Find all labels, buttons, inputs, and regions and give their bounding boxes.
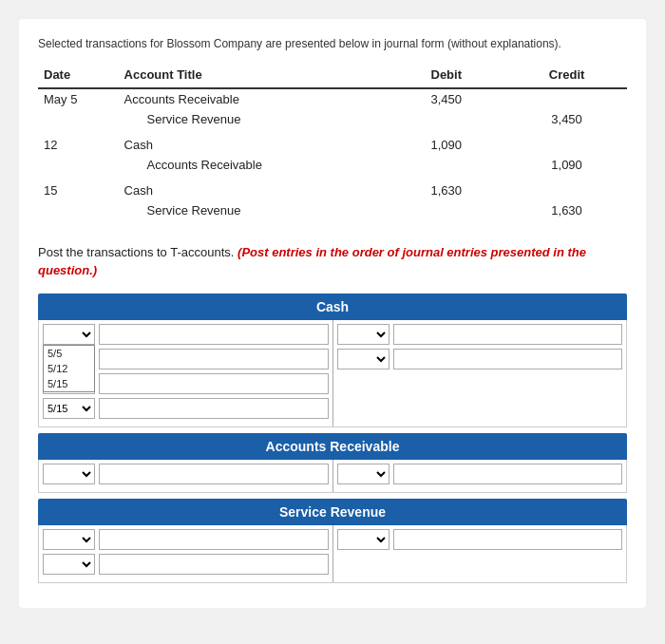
t-account-body-accounts-receivable: 5/55/125/155/55/125/15 (38, 460, 627, 493)
amount-input-left-cash-2[interactable] (99, 373, 329, 394)
table-row: 5/55/125/15 (337, 464, 623, 484)
debit-cell: 1,630 (386, 180, 506, 200)
date-select-left-accounts-receivable-0[interactable]: 5/55/125/15 (43, 464, 95, 484)
amount-input-right-accounts-receivable-0[interactable] (393, 464, 623, 484)
t-account-header-accounts-receivable: Accounts Receivable (38, 433, 627, 460)
date-select-left-cash-0[interactable]: 5/55/125/15 (43, 324, 95, 345)
page-container: Selected transactions for Blossom Compan… (19, 19, 646, 608)
post-instructions-text: Post the transactions to T-accounts. (38, 245, 234, 259)
date-cell (38, 109, 119, 129)
amount-input-left-service-revenue-0[interactable] (99, 529, 329, 550)
intro-text: Selected transactions for Blossom Compan… (38, 36, 627, 52)
t-account-body-service-revenue: 5/55/125/155/55/125/155/55/125/15 (38, 525, 627, 583)
amount-input-left-service-revenue-1[interactable] (99, 554, 329, 575)
account-cell: Cash (119, 135, 387, 155)
date-header: Date (38, 66, 119, 88)
credit-header: Credit (506, 66, 627, 88)
account-title-header: Account Title (119, 66, 387, 88)
date-select-left-service-revenue-1[interactable]: 5/55/125/15 (43, 554, 95, 575)
t-account-right-accounts-receivable: 5/55/125/15 (333, 460, 627, 492)
table-row: May 5Accounts Receivable3,450 (38, 88, 627, 109)
t-account-right-cash: 5/55/125/155/55/125/15 (333, 320, 627, 426)
dropdown-open[interactable]: 5/55/125/15 (43, 345, 95, 392)
date-select-left-service-revenue-0[interactable]: 5/55/125/15 (43, 529, 95, 550)
table-row: 15Cash1,630 (38, 180, 627, 200)
t-account-left-accounts-receivable: 5/55/125/15 (39, 460, 333, 492)
journal-table: Date Account Title Debit Credit May 5Acc… (38, 66, 627, 226)
date-cell: 15 (38, 180, 119, 200)
t-account-right-service-revenue: 5/55/125/15 (333, 525, 627, 582)
date-cell (38, 155, 119, 175)
date-select-right-cash-1[interactable]: 5/55/125/15 (337, 349, 390, 369)
amount-input-left-accounts-receivable-0[interactable] (99, 464, 329, 484)
date-select-right-accounts-receivable-0[interactable]: 5/55/125/15 (337, 464, 390, 484)
credit-cell: 1,090 (506, 155, 627, 175)
debit-cell (386, 155, 506, 175)
credit-cell: 3,450 (506, 109, 627, 129)
t-account-service-revenue: Service Revenue5/55/125/155/55/125/155/5… (38, 499, 627, 583)
amount-input-left-cash-0[interactable] (99, 324, 329, 345)
credit-cell (506, 135, 627, 155)
table-row: 12Cash1,090 (38, 135, 627, 155)
account-cell: Accounts Receivable (119, 155, 387, 175)
t-account-header-service-revenue: Service Revenue (38, 499, 627, 525)
dropdown-option[interactable]: 5/12 (44, 361, 94, 376)
table-row: 5/55/125/15 (43, 554, 329, 575)
table-row: 5/55/125/15 (337, 324, 623, 345)
table-row: 5/55/125/15 (337, 529, 623, 550)
amount-input-left-cash-1[interactable] (99, 349, 329, 369)
account-cell: Service Revenue (119, 200, 387, 220)
post-instructions: Post the transactions to T-accounts. (Po… (38, 243, 627, 280)
date-cell: 12 (38, 135, 119, 155)
debit-cell: 3,450 (386, 88, 506, 109)
dropdown-option[interactable]: 5/15 (44, 376, 94, 391)
credit-cell: 1,630 (506, 200, 627, 220)
account-cell: Cash (119, 180, 387, 200)
date-cell: May 5 (38, 88, 119, 109)
t-account-accounts-receivable: Accounts Receivable5/55/125/155/55/125/1… (38, 433, 627, 493)
debit-cell (386, 109, 506, 129)
amount-input-left-cash-3[interactable] (99, 398, 329, 419)
debit-cell (386, 200, 506, 220)
date-select-right-service-revenue-0[interactable]: 5/55/125/15 (337, 529, 390, 550)
date-select-right-cash-0[interactable]: 5/55/125/15 (337, 324, 390, 345)
amount-input-right-service-revenue-0[interactable] (393, 529, 623, 550)
account-cell: Accounts Receivable (119, 88, 387, 109)
t-account-body-cash: 5/55/125/155/55/125/155/55/125/155/55/12… (38, 320, 627, 427)
table-row: Service Revenue1,630 (38, 200, 627, 220)
dropdown-option[interactable]: 5/5 (44, 346, 94, 361)
t-account-left-cash: 5/55/125/155/55/125/155/55/125/155/55/12… (39, 320, 333, 426)
debit-header: Debit (386, 66, 506, 88)
account-cell: Service Revenue (119, 109, 387, 129)
table-row: Service Revenue3,450 (38, 109, 627, 129)
amount-input-right-cash-0[interactable] (393, 324, 623, 345)
table-row: 5/55/125/15 (43, 529, 329, 550)
date-select-left-cash-3[interactable]: 5/55/125/15 (43, 398, 95, 419)
date-cell (38, 200, 119, 220)
credit-cell (506, 88, 627, 109)
debit-cell: 1,090 (386, 135, 506, 155)
t-account-header-cash: Cash (38, 294, 627, 320)
credit-cell (506, 180, 627, 200)
table-row: 5/55/125/15 (43, 464, 329, 484)
amount-input-right-cash-1[interactable] (393, 349, 623, 369)
table-row: 5/55/125/155/55/125/15 (43, 324, 329, 345)
t-account-left-service-revenue: 5/55/125/155/55/125/15 (39, 525, 333, 582)
t-account-cash: Cash5/55/125/155/55/125/155/55/125/155/5… (38, 294, 627, 427)
table-row: 5/55/125/15 (43, 398, 329, 419)
t-accounts-container: Cash5/55/125/155/55/125/155/55/125/155/5… (38, 294, 627, 583)
table-row: 5/55/125/15 (337, 349, 623, 369)
table-row: Accounts Receivable1,090 (38, 155, 627, 175)
